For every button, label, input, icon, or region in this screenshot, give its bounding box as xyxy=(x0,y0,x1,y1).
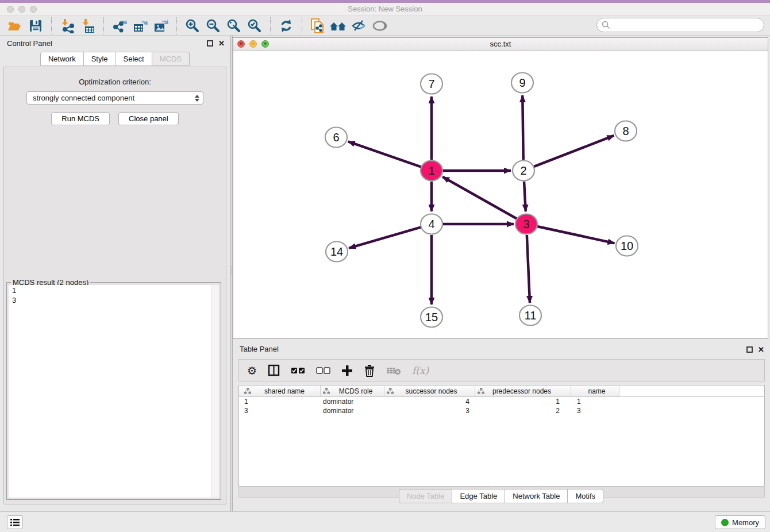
cell-mcds-role[interactable]: dominator xyxy=(321,398,384,406)
graph-node-label: 4 xyxy=(428,218,434,230)
export-table-button[interactable] xyxy=(130,17,151,34)
tab-style[interactable]: Style xyxy=(83,52,116,66)
column-type-icon xyxy=(478,388,484,394)
toolbar-separator xyxy=(302,17,302,34)
optimization-criterion-select[interactable]: strongly connected component xyxy=(26,91,203,105)
cell-predecessor-nodes[interactable]: 1 xyxy=(475,398,571,406)
save-session-button[interactable] xyxy=(25,17,46,34)
node-table: shared name MCDS role successor xyxy=(238,385,765,487)
window-title: Session: New Session xyxy=(0,5,770,13)
select-all-button[interactable] xyxy=(291,363,305,378)
cell-mcds-role[interactable]: dominator xyxy=(321,407,384,415)
network-window-title: scc.txt xyxy=(233,40,768,48)
graph-node-label: 8 xyxy=(622,125,629,137)
close-panel-button[interactable]: Close panel xyxy=(118,112,179,125)
export-network-button[interactable] xyxy=(109,17,130,34)
search-input[interactable] xyxy=(610,20,759,30)
cell-successor-nodes[interactable]: 3 xyxy=(384,407,475,415)
toolbar-separator xyxy=(51,17,52,34)
import-network-button[interactable] xyxy=(57,17,78,34)
optimization-criterion-label: Optimization criterion: xyxy=(4,78,226,86)
tab-motifs[interactable]: Motifs xyxy=(567,489,603,503)
column-type-icon xyxy=(387,388,394,394)
zoom-fit-button[interactable] xyxy=(224,17,244,34)
tab-node-table[interactable]: Node Table xyxy=(399,489,453,503)
tab-edge-table[interactable]: Edge Table xyxy=(452,489,505,503)
splitter-grip[interactable] xyxy=(231,265,232,275)
tab-mcds[interactable]: MCDS xyxy=(152,52,190,66)
search-box[interactable] xyxy=(596,18,764,32)
mcds-panel: Optimization criterion: strongly connect… xyxy=(3,67,226,504)
export-image-button[interactable] xyxy=(151,17,171,34)
float-panel-icon[interactable] xyxy=(746,346,753,353)
delete-table-button[interactable] xyxy=(386,363,401,378)
graph-edge[interactable] xyxy=(534,136,614,167)
cell-predecessor-nodes[interactable]: 2 xyxy=(475,407,571,415)
apply-layout-button[interactable] xyxy=(276,17,297,34)
table-header-row: shared name MCDS role successor xyxy=(239,385,764,397)
memory-status-icon xyxy=(721,519,729,526)
add-column-button[interactable] xyxy=(341,363,353,378)
reset-views-button[interactable] xyxy=(328,17,349,34)
show-columns-button[interactable] xyxy=(268,363,280,378)
function-builder-button[interactable]: f(x) xyxy=(412,363,429,378)
tab-select[interactable]: Select xyxy=(116,52,152,66)
zoom-in-button[interactable] xyxy=(182,17,203,34)
clone-network-icon xyxy=(310,18,326,34)
graph-node-label: 1 xyxy=(428,164,434,177)
close-panel-icon[interactable]: ✕ xyxy=(758,346,764,353)
cell-successor-nodes[interactable]: 4 xyxy=(384,398,475,406)
close-panel-icon[interactable]: ✕ xyxy=(218,40,225,47)
cell-shared-name[interactable]: 3 xyxy=(239,407,321,415)
cell-shared-name[interactable]: 1 xyxy=(239,398,321,406)
search-icon xyxy=(602,21,610,29)
column-header-name[interactable]: name xyxy=(571,385,619,396)
table-settings-button[interactable]: ⚙ xyxy=(247,363,257,378)
graph-node-label: 6 xyxy=(333,131,339,144)
table-row[interactable]: 3 dominator 3 2 3 xyxy=(239,406,764,415)
open-session-button[interactable] xyxy=(5,17,25,34)
clone-network-button[interactable] xyxy=(307,17,328,34)
selected-option: strongly connected component xyxy=(33,94,193,102)
zoom-out-icon xyxy=(206,18,221,33)
run-mcds-button[interactable]: Run MCDS xyxy=(51,112,110,125)
zoom-selected-button[interactable] xyxy=(244,17,265,34)
zoom-out-button[interactable] xyxy=(203,17,224,34)
export-table-icon xyxy=(132,18,148,33)
memory-label: Memory xyxy=(732,518,759,527)
delete-column-button[interactable] xyxy=(364,363,375,378)
control-panel-header: Control Panel ✕ xyxy=(0,36,230,52)
column-header-mcds-role[interactable]: MCDS role xyxy=(321,385,384,396)
network-canvas[interactable]: 7968124314101511 xyxy=(233,51,768,338)
graph-edge[interactable] xyxy=(348,141,421,167)
column-header-successor-nodes[interactable]: successor nodes xyxy=(384,385,475,396)
tab-network-table[interactable]: Network Table xyxy=(505,489,568,503)
graph-edge[interactable] xyxy=(442,177,517,219)
task-history-button[interactable] xyxy=(7,515,23,529)
memory-button[interactable]: Memory xyxy=(715,515,765,529)
network-window-titlebar[interactable]: ✕ − + scc.txt xyxy=(233,38,768,51)
import-table-button[interactable] xyxy=(78,17,98,34)
graph-edge[interactable] xyxy=(349,227,421,248)
toggle-visibility-button[interactable] xyxy=(369,17,390,34)
toggle-style-button[interactable] xyxy=(349,17,369,34)
graph-edge[interactable] xyxy=(524,182,526,211)
table-panel-title: Table Panel xyxy=(240,345,279,353)
cell-name[interactable]: 3 xyxy=(571,407,619,415)
table-row[interactable]: 1 dominator 4 1 1 xyxy=(239,397,764,406)
graph-edge[interactable] xyxy=(537,226,615,243)
mcds-result-box[interactable]: 1 3 xyxy=(9,285,219,498)
float-panel-icon[interactable] xyxy=(207,40,213,47)
trash-icon xyxy=(364,364,375,377)
cell-name[interactable]: 1 xyxy=(571,398,619,406)
tab-network[interactable]: Network xyxy=(40,52,84,66)
column-header-predecessor-nodes[interactable]: predecessor nodes xyxy=(475,385,571,396)
graph-edge[interactable] xyxy=(522,95,523,160)
result-scrollbar[interactable] xyxy=(211,285,219,498)
graph-edge[interactable] xyxy=(527,235,530,303)
export-network-icon xyxy=(111,18,128,33)
deselect-all-button[interactable] xyxy=(316,363,330,378)
column-header-shared-name[interactable]: shared name xyxy=(239,385,321,396)
graph-node-label: 9 xyxy=(519,76,525,89)
graph-node-label: 10 xyxy=(621,240,633,252)
